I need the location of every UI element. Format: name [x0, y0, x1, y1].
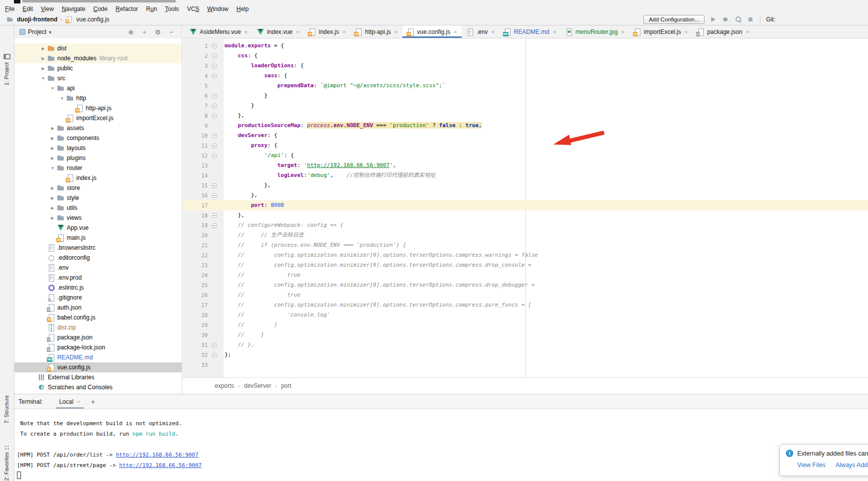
menu-tools[interactable]: Tools: [161, 5, 183, 12]
tree-item[interactable]: ▼src: [14, 73, 182, 83]
tree-item[interactable]: ▼router: [14, 163, 182, 173]
fold-close-icon[interactable]: [212, 343, 217, 347]
tree-item[interactable]: ▶public: [14, 63, 182, 73]
editor-tab[interactable]: {}package.json×: [692, 25, 753, 38]
stripe-favorites-button[interactable]: 2: Favorites: [3, 452, 9, 481]
tree-item[interactable]: ▶dist: [14, 43, 182, 53]
stripe-structure-button[interactable]: 7: Structure: [3, 395, 9, 424]
menu-file[interactable]: File: [1, 5, 18, 12]
close-icon[interactable]: ×: [77, 399, 80, 405]
tree-item[interactable]: JSimportExcel.js: [14, 113, 182, 123]
tree-item[interactable]: .env.prod: [14, 273, 182, 283]
notification-action[interactable]: View Files: [797, 462, 826, 469]
tree-item[interactable]: .gitignore: [14, 293, 182, 303]
terminal-tab-local[interactable]: Local ×: [56, 394, 84, 409]
close-icon[interactable]: ×: [684, 29, 687, 35]
terminal-link[interactable]: http://192.168.66.56:9007: [119, 462, 202, 469]
close-icon[interactable]: ×: [621, 29, 624, 35]
tree-item[interactable]: External Libraries: [14, 372, 182, 382]
tree-item[interactable]: JSindex.js: [14, 173, 182, 183]
code-editor[interactable]: 1module.exports = {2 css: {3 loaderOptio…: [183, 39, 868, 377]
chevron-down-icon[interactable]: ▾: [49, 29, 51, 35]
menu-vcs[interactable]: VCS: [183, 5, 203, 12]
fold-close-icon[interactable]: [212, 114, 217, 118]
fold-open-icon[interactable]: [212, 223, 217, 228]
breadcrumb-item[interactable]: port: [281, 382, 291, 389]
menu-navigate[interactable]: Navigate: [58, 5, 89, 12]
tree-item[interactable]: Scratches and Consoles: [14, 382, 182, 392]
breadcrumb-item[interactable]: devServer: [244, 382, 271, 389]
tree-item[interactable]: {}package.json: [14, 332, 182, 342]
fold-close-icon[interactable]: [212, 213, 217, 218]
close-icon[interactable]: ×: [245, 29, 248, 35]
gear-icon[interactable]: ⚙: [152, 28, 163, 36]
collapse-all-icon[interactable]: ÷: [139, 28, 150, 36]
tree-item[interactable]: JSmain.js: [14, 233, 182, 243]
terminal-label[interactable]: Terminal:: [18, 398, 43, 405]
tree-item[interactable]: ▶components: [14, 133, 182, 143]
terminal-link[interactable]: http://192.168.66.56:9007: [116, 452, 199, 458]
tree-item[interactable]: App.vue: [14, 223, 182, 233]
tool-window-icon[interactable]: [3, 54, 10, 59]
breadcrumb-file[interactable]: vue.config.js: [76, 16, 110, 23]
menu-view[interactable]: View: [37, 5, 58, 12]
tree-item[interactable]: {}package-lock.json: [14, 342, 182, 352]
menu-code[interactable]: Code: [89, 5, 112, 12]
fold-close-icon[interactable]: [212, 193, 217, 198]
editor-tab[interactable]: JSindex.js×: [304, 25, 350, 38]
new-terminal-icon[interactable]: +: [91, 398, 95, 406]
tree-item[interactable]: ▼http: [14, 93, 182, 103]
tree-item[interactable]: ▶utils: [14, 203, 182, 213]
tree-item[interactable]: dist.zip: [14, 322, 182, 332]
editor-tab[interactable]: index.vue×: [252, 25, 304, 38]
run-icon[interactable]: [709, 15, 717, 23]
fold-open-icon[interactable]: [212, 44, 217, 48]
tree-item[interactable]: ▶plugins: [14, 153, 182, 163]
tree-item[interactable]: ▶layouts: [14, 143, 182, 153]
tree-item[interactable]: ▼api: [14, 83, 182, 93]
tree-item[interactable]: ▶store: [14, 183, 182, 193]
editor-tab[interactable]: MDREADME.md×: [499, 25, 561, 38]
stripe-project-button[interactable]: 1: Project: [3, 62, 9, 85]
tree-item[interactable]: ▶assets: [14, 123, 182, 133]
notification-action[interactable]: Always Add: [836, 462, 868, 469]
tree-item[interactable]: .browserslistrc: [14, 243, 182, 253]
close-icon[interactable]: ×: [343, 29, 346, 35]
breadcrumb-item[interactable]: exports: [215, 382, 234, 389]
tree-item[interactable]: JSvue.config.js: [14, 362, 182, 372]
search-icon[interactable]: [734, 15, 742, 23]
tree-item[interactable]: {}auth.json: [14, 303, 182, 313]
tree-item[interactable]: JSbabel.config.js: [14, 313, 182, 322]
fold-close-icon[interactable]: [212, 94, 217, 98]
fold-open-icon[interactable]: [212, 154, 217, 158]
git-widget-label[interactable]: Git:: [766, 16, 775, 23]
close-icon[interactable]: ×: [296, 29, 299, 35]
editor-tab[interactable]: JSimportExcel.js×: [629, 25, 692, 38]
menu-run[interactable]: Run: [142, 5, 161, 12]
terminal-output[interactable]: Note that the development build is not o…: [14, 410, 868, 481]
debug-icon[interactable]: [722, 15, 730, 23]
close-icon[interactable]: ×: [553, 29, 556, 35]
fold-open-icon[interactable]: [212, 134, 217, 138]
tree-item[interactable]: ▶node_moduleslibrary root: [14, 53, 182, 63]
close-icon[interactable]: ×: [454, 29, 457, 35]
fold-open-icon[interactable]: [212, 64, 217, 68]
fold-open-icon[interactable]: [212, 144, 217, 148]
menu-edit[interactable]: Edit: [18, 5, 37, 12]
close-icon[interactable]: ×: [491, 29, 494, 35]
editor-tab[interactable]: JSvue.config.js×: [402, 25, 462, 38]
fold-open-icon[interactable]: [212, 74, 217, 78]
hide-panel-icon[interactable]: −: [166, 28, 177, 36]
fold-close-icon[interactable]: [212, 353, 217, 357]
project-panel-title[interactable]: Project: [28, 28, 46, 35]
locate-file-icon[interactable]: ⊕: [125, 28, 136, 36]
fold-open-icon[interactable]: [212, 54, 217, 58]
fold-close-icon[interactable]: [212, 104, 217, 108]
fold-close-icon[interactable]: [212, 183, 217, 188]
close-icon[interactable]: ×: [394, 29, 397, 35]
editor-tab[interactable]: AsideMenu.vue×: [185, 25, 252, 38]
tree-item[interactable]: ▶views: [14, 213, 182, 223]
editor-tab[interactable]: menuRouter.jpg×: [561, 25, 629, 38]
add-configuration-button[interactable]: Add Configuration...: [643, 15, 705, 24]
close-icon[interactable]: ×: [746, 29, 749, 35]
